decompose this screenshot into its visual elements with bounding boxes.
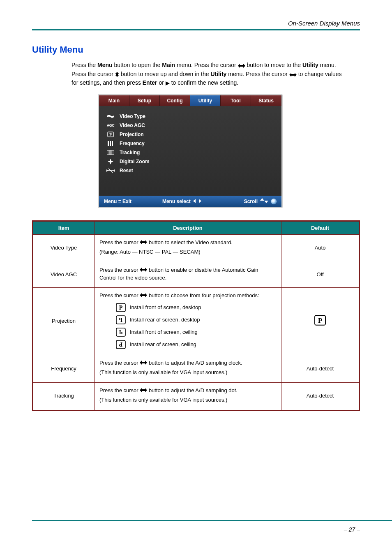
osd-item-label: Video AGC — [120, 123, 145, 128]
osd-item-label: Digital Zoom — [120, 159, 150, 164]
projection-icon: P — [106, 131, 115, 138]
svg-text:P: P — [119, 329, 123, 335]
text: menu. Press the cursor — [228, 71, 289, 77]
cell-item: Projection — [33, 288, 95, 355]
digital-zoom-icon — [106, 158, 115, 165]
table-row: Video Type Press the cursor button to se… — [33, 235, 360, 262]
tracking-icon — [106, 149, 115, 156]
osd-tab-bar: Main Setup Config Utility Tool Status — [99, 95, 281, 106]
text: button to open the — [114, 62, 162, 68]
left-right-arrow-icon — [140, 387, 149, 393]
video-type-icon — [106, 113, 115, 120]
projection-front-desktop-icon: P — [116, 303, 126, 312]
text: Press the — [71, 62, 97, 68]
agc-icon: AGC — [106, 122, 115, 129]
osd-foot-exit: Menu = Exit — [104, 199, 162, 204]
osd-item-video-agc[interactable]: AGC Video AGC — [106, 121, 277, 130]
cell-default: Auto — [281, 235, 360, 262]
svg-rect-4 — [112, 141, 113, 146]
text: Install front of screen, desktop — [130, 304, 201, 312]
text: button to select the Video standard. — [149, 239, 233, 245]
left-right-arrow-icon — [140, 239, 149, 245]
osd-tab-utility[interactable]: Utility — [190, 95, 221, 106]
osd-item-tracking[interactable]: Tracking — [106, 148, 277, 157]
text: Press the cursor — [99, 239, 140, 245]
utility-bold: Utility — [210, 71, 226, 77]
svg-rect-3 — [110, 141, 111, 146]
cell-default: Auto-detect — [281, 382, 360, 410]
osd-item-projection[interactable]: P Projection — [106, 130, 277, 139]
osd-tab-status[interactable]: Status — [251, 95, 281, 106]
bulb-icon — [271, 199, 277, 204]
th-item: Item — [33, 221, 95, 235]
cell-description: Press the cursor button to adjust the A/… — [95, 355, 281, 383]
osd-body: Video Type AGC Video AGC P Projection Fr… — [99, 106, 281, 196]
th-default: Default — [281, 221, 360, 235]
osd-tab-main[interactable]: Main — [99, 95, 129, 106]
section-title: Utility Menu — [32, 44, 360, 55]
projection-front-desktop-icon: P — [314, 315, 326, 326]
page-num: 27 — [349, 526, 355, 533]
dash: – — [357, 526, 360, 533]
th-description: Description — [95, 221, 281, 235]
text: (Range: Auto — NTSC — PAL — SECAM) — [99, 248, 276, 256]
osd-item-reset[interactable]: Reset — [106, 166, 277, 175]
left-right-arrow-icon — [238, 62, 247, 68]
svg-text:P: P — [318, 317, 322, 324]
text: (This function is only available for VGA… — [99, 396, 276, 404]
projection-front-ceiling-icon: P — [116, 328, 126, 337]
osd-tab-tool[interactable]: Tool — [221, 95, 251, 106]
svg-rect-2 — [108, 141, 109, 146]
osd-item-frequency[interactable]: Frequency — [106, 139, 277, 148]
page-number: – 27 – — [344, 526, 360, 533]
utility-settings-table: Item Description Default Video Type Pres… — [32, 220, 360, 411]
osd-tab-setup[interactable]: Setup — [129, 95, 160, 106]
text: Press the cursor — [99, 267, 140, 273]
header-text: On-Screen Display Menus — [288, 20, 360, 27]
cell-default: Off — [281, 262, 360, 288]
cell-description: Press the cursor button to enable or dis… — [95, 262, 281, 288]
text: Press the cursor — [99, 292, 140, 298]
instruction-paragraph: Press the Menu button to open the Main m… — [71, 61, 344, 88]
text: to confirm the new setting. — [171, 79, 238, 86]
cell-default: Auto-detect — [281, 355, 360, 383]
table-row: Projection Press the cursor button to ch… — [33, 288, 360, 355]
left-right-arrow-icon — [140, 360, 149, 366]
left-right-arrow-icon — [140, 292, 149, 298]
text: Press the cursor — [99, 360, 140, 366]
projection-rear-desktop-icon: P — [116, 315, 126, 324]
osd-item-video-type[interactable]: Video Type — [106, 112, 277, 121]
svg-text:P: P — [119, 341, 122, 347]
text: Install rear of screen, ceiling — [130, 341, 196, 349]
top-divider — [32, 29, 360, 30]
text: Install front of screen, ceiling — [130, 328, 198, 336]
svg-text:P: P — [109, 132, 112, 137]
table-row: Tracking Press the cursor button to adju… — [33, 382, 360, 410]
reset-icon — [106, 167, 115, 174]
cell-description: Press the cursor button to select the Vi… — [95, 235, 281, 262]
main-bold: Main — [162, 62, 175, 68]
osd-item-label: Tracking — [120, 150, 140, 155]
utility-bold: Utility — [302, 62, 318, 68]
osd-item-label: Projection — [120, 132, 144, 137]
table-row: Frequency Press the cursor button to adj… — [33, 355, 360, 383]
osd-item-label: Video Type — [120, 113, 145, 119]
cell-default: P — [281, 288, 360, 355]
cell-description: Press the cursor button to adjust the A/… — [95, 382, 281, 410]
osd-tab-config[interactable]: Config — [160, 95, 190, 106]
osd-foot-menuselect: Menu select — [162, 199, 191, 204]
menu-bold: Menu — [97, 62, 113, 68]
cell-item: Frequency — [33, 355, 95, 383]
up-down-arrow-icon — [115, 71, 121, 77]
text: button to adjust the A/D sampling clock. — [149, 360, 242, 366]
cell-item: Tracking — [33, 382, 95, 410]
text: Install rear of screen, desktop — [130, 316, 200, 324]
running-header: On-Screen Display Menus — [32, 20, 360, 27]
text: button to move to the — [247, 62, 302, 68]
osd-item-digital-zoom[interactable]: Digital Zoom — [106, 157, 277, 166]
projection-rear-ceiling-icon: P — [116, 340, 126, 349]
text: or — [159, 79, 165, 86]
dash: – — [344, 526, 347, 533]
osd-item-label: Frequency — [120, 141, 145, 146]
osd-foot-scroll: Scroll — [244, 199, 258, 204]
